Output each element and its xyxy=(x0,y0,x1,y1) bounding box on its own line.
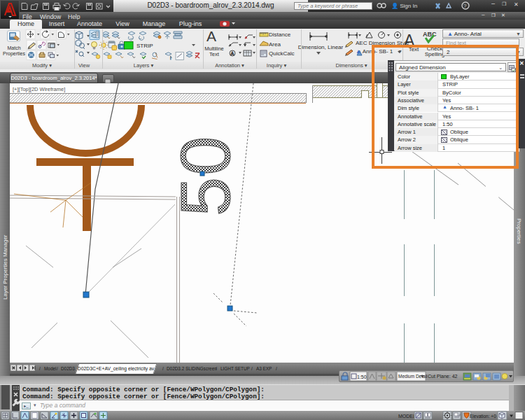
svg-text:1:50: 1:50 xyxy=(357,374,367,379)
svg-text:Cut Plane: 42: Cut Plane: 42 xyxy=(428,374,458,379)
svg-text:[+][Top][2D Wireframe]: [+][Top][2D Wireframe] xyxy=(13,86,65,92)
svg-text:MODEL: MODEL xyxy=(398,414,416,419)
svg-text:!: ! xyxy=(170,56,171,60)
svg-text:STRIP: STRIP xyxy=(136,43,153,49)
svg-text:A: A xyxy=(206,29,216,44)
svg-text:ABC: ABC xyxy=(423,31,437,38)
svg-text:?: ? xyxy=(463,3,467,9)
svg-text:50: 50 xyxy=(166,135,244,216)
svg-text:Elevation: +0: Elevation: +0 xyxy=(470,414,496,419)
